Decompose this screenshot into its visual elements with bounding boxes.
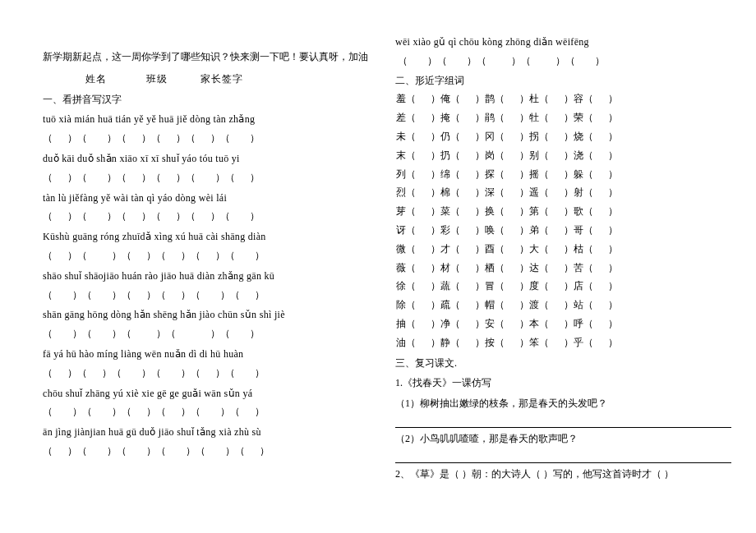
near-char-cell: 薇（ ）材（ ）栖（ ）达（ ）苦（ ） <box>395 259 731 278</box>
pinyin-row-2: duǒ kāi duǒ shǎn xiāo xī xī shuǐ yáo tóu… <box>43 149 379 168</box>
question-2: 2、《草》是（ ）朝：的大诗人（ ）写的，他写这首诗时才（ ） <box>395 465 731 484</box>
table-row: 徐（ ）蔬（ ）冒（ ）度（ ）店（ ） <box>395 277 731 296</box>
table-row: 未（ ）仍（ ）冈（ ）拐（ ）烧（ ） <box>395 127 731 146</box>
near-char-cell: 抽（ ）净（ ）安（ ）本（ ）呼（ ） <box>395 315 731 333</box>
blank-row-7: （ ）（ ）（ ）（ ）（ ）（ ） <box>43 364 379 383</box>
table-row: 差（ ）掩（ ）鹃（ ）牡（ ）荣（ ） <box>395 108 731 127</box>
table-row: 油（ ）静（ ）按（ ）笨（ ）乎（ ） <box>395 333 731 352</box>
near-char-cell: 列（ ）绵（ ）探（ ）摇（ ）躲（ ） <box>395 165 731 184</box>
blank-row-4: （ ）（ ）（ ）（ ）（ ）（ ） <box>43 246 379 265</box>
near-char-cell: 徐（ ）蔬（ ）冒（ ）度（ ）店（ ） <box>395 277 731 296</box>
near-char-cell: 芽（ ）菜（ ）换（ ）第（ ）歌（ ） <box>395 202 731 221</box>
table-row: 除（ ）疏（ ）帽（ ）渡（ ）站（ ） <box>395 296 731 315</box>
table-row: 芽（ ）菜（ ）换（ ）第（ ）歌（ ） <box>395 202 731 221</box>
pinyin-row-7: fā yá hū hào míng liàng wēn nuǎn dì di h… <box>43 345 379 364</box>
table-row: 讶（ ）彩（ ）唤（ ）弟（ ）哥（ ） <box>395 221 731 240</box>
table-row: 末（ ）扔（ ）岗（ ）别（ ）浇（ ） <box>395 146 731 165</box>
near-char-cell: 油（ ）静（ ）按（ ）笨（ ）乎（ ） <box>395 333 731 352</box>
label-name: 姓名 <box>85 73 107 85</box>
table-row: 烈（ ）棉（ ）深（ ）遥（ ）射（ ） <box>395 183 731 202</box>
label-sign: 家长签字 <box>201 73 243 85</box>
section-2-title: 二、形近字组词 <box>395 71 731 90</box>
blank-row-3: （ ）（ ）（ ）（ ）（ ）（ ） <box>43 207 379 226</box>
blank-row-10: （ ）（ ）（ ）（ ）（ ） <box>395 52 731 71</box>
pinyin-row-8: chōu shuǐ zhāng yú xiè xie gē ge guǎi wā… <box>43 384 379 403</box>
pinyin-row-9: ān jìng jiànjian huā gū duǒ jiāo shuǐ tǎ… <box>43 423 379 442</box>
near-char-cell: 差（ ）掩（ ）鹃（ ）牡（ ）荣（ ） <box>395 108 731 127</box>
pinyin-row-10: wēi xiào gǔ qì chōu kòng zhōng diǎn wēif… <box>395 33 731 52</box>
near-char-cell: 末（ ）扔（ ）岗（ ）别（ ）浇（ ） <box>395 146 731 165</box>
near-char-cell: 微（ ）才（ ）酉（ ）大（ ）枯（ ） <box>395 240 731 259</box>
near-char-cell: 讶（ ）彩（ ）唤（ ）弟（ ）哥（ ） <box>395 221 731 240</box>
blank-row-1: （ ）（ ）（ ）（ ）（ ）（ ） <box>43 129 379 148</box>
table-row: 抽（ ）净（ ）安（ ）本（ ）呼（ ） <box>395 315 731 333</box>
blank-row-6: （ ）（ ）（ ）（ ）（ ） <box>43 324 379 343</box>
near-char-cell: 烈（ ）棉（ ）深（ ）遥（ ）射（ ） <box>395 183 731 202</box>
pinyin-row-4: Kūshù guāng róng zhuīdǎ xìng xú huā cài … <box>43 227 379 246</box>
near-char-cell: 羞（ ）俺（ ）鹊（ ）杜（ ）容（ ） <box>395 90 731 108</box>
near-char-cell: 未（ ）仍（ ）冈（ ）拐（ ）烧（ ） <box>395 127 731 146</box>
blank-row-8: （ ）（ ）（ ）（ ）（ ）（ ） <box>43 402 379 421</box>
student-info-line: 姓名 班级 家长签字 <box>43 70 379 89</box>
section-3-title: 三、复习课文. <box>395 354 731 373</box>
label-class: 班级 <box>146 73 168 85</box>
pinyin-row-3: tàn lù jiěfàng yě wài tàn qì yáo dòng wè… <box>43 189 379 208</box>
question-1: 1.《找春天》一课仿写 <box>395 374 731 393</box>
blank-row-9: （ ）（ ）（ ）（ ）（ ）（ ） <box>43 442 379 461</box>
answer-line-1 <box>395 418 731 428</box>
question-1a: （1）柳树抽出嫩绿的枝条，那是春天的头发吧？ <box>395 394 731 413</box>
answer-line-2 <box>395 453 731 463</box>
near-char-table: 羞（ ）俺（ ）鹊（ ）杜（ ）容（ ）差（ ）掩（ ）鹃（ ）牡（ ）荣（ ）… <box>395 90 731 352</box>
question-1b: （2）小鸟叽叽喳喳，那是春天的歌声吧？ <box>395 430 731 448</box>
section-1-title: 一、看拼音写汉字 <box>43 90 379 109</box>
pinyin-row-5: shāo shuǐ shāojiāo huán rào jiāo huā dià… <box>43 267 379 286</box>
pinyin-row-6: shān gāng hōng dòng hǎn shēng hǎn jiào c… <box>43 306 379 324</box>
blank-row-2: （ ）（ ）（ ）（ ）（ ）（ ） <box>43 168 379 187</box>
table-row: 列（ ）绵（ ）探（ ）摇（ ）躲（ ） <box>395 165 731 184</box>
table-row: 羞（ ）俺（ ）鹊（ ）杜（ ）容（ ） <box>395 90 731 108</box>
intro-text: 新学期新起点，这一周你学到了哪些知识？快来测一下吧！要认真呀，加油 <box>43 48 379 67</box>
table-row: 微（ ）才（ ）酉（ ）大（ ）枯（ ） <box>395 240 731 259</box>
pinyin-row-1: tuō xià mián huā tián yě yě huā jiě dòng… <box>43 110 379 129</box>
near-char-cell: 除（ ）疏（ ）帽（ ）渡（ ）站（ ） <box>395 296 731 315</box>
blank-row-5: （ ）（ ）（ ）（ ）（ ）（ ） <box>43 286 379 305</box>
table-row: 薇（ ）材（ ）栖（ ）达（ ）苦（ ） <box>395 259 731 278</box>
